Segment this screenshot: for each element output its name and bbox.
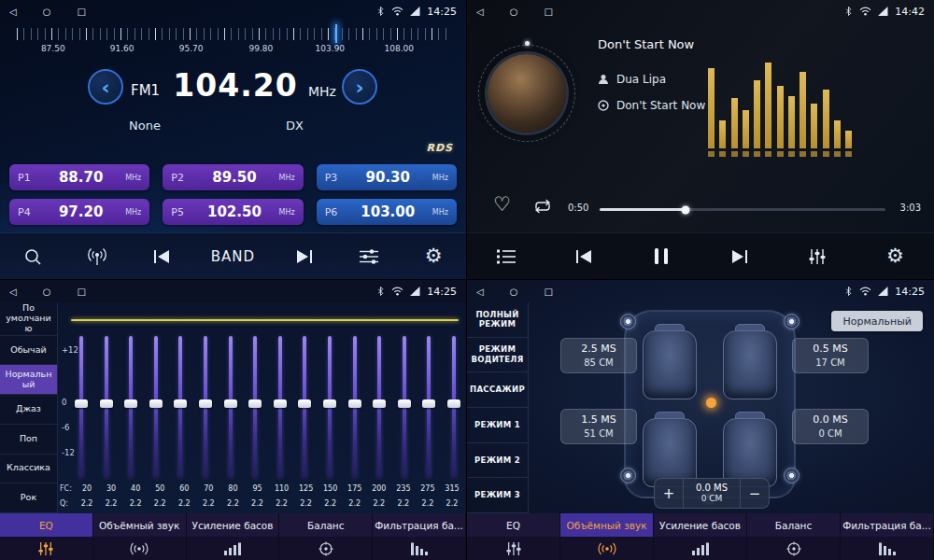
eq-band-slider[interactable]: [422, 336, 435, 478]
eq-band-slider[interactable]: [174, 336, 187, 478]
eq-band-slider[interactable]: [348, 336, 361, 478]
eq-slider-handle[interactable]: [124, 399, 137, 408]
eq-preset[interactable]: Нормальный: [0, 365, 57, 395]
favorite-icon[interactable]: ♡: [493, 195, 511, 215]
delay-front-left[interactable]: 2.5 MS 85 CM: [560, 338, 637, 373]
preset-p5[interactable]: P5 102.50 MHz: [163, 199, 303, 225]
eq-slider-handle[interactable]: [348, 399, 361, 408]
tab-eq[interactable]: EQ: [467, 513, 560, 537]
tab-filter[interactable]: Фильтрация ба...: [373, 513, 466, 537]
eq-slider-handle[interactable]: [447, 399, 460, 408]
delay-increase-button[interactable]: +: [655, 479, 683, 508]
listening-position-dot[interactable]: [706, 398, 716, 408]
tab-surround[interactable]: Объёмный звук: [560, 513, 654, 537]
broadcast-icon[interactable]: [81, 241, 113, 273]
eq-band-slider[interactable]: [373, 336, 386, 478]
tab-surround[interactable]: Объёмный звук: [93, 513, 187, 537]
nav-back-icon[interactable]: ◁: [9, 7, 17, 17]
eq-slider-handle[interactable]: [224, 399, 237, 408]
preset-p2[interactable]: P2 89.50 MHz: [163, 164, 303, 190]
mode-item[interactable]: РЕЖИМ 1: [467, 408, 528, 443]
tune-sliders-icon[interactable]: [353, 241, 385, 273]
eq-band-slider[interactable]: [124, 336, 137, 478]
eq-slider-handle[interactable]: [373, 399, 386, 408]
nav-back-icon[interactable]: ◁: [476, 287, 484, 297]
nav-home-icon[interactable]: ○: [43, 287, 51, 297]
eq-band-slider[interactable]: [298, 336, 311, 478]
delay-front-right[interactable]: 0.5 MS 17 CM: [792, 338, 869, 373]
eq-slider-handle[interactable]: [100, 399, 113, 408]
tab-balance[interactable]: Баланс: [279, 513, 373, 537]
eq-band-slider[interactable]: [224, 336, 237, 478]
prev-track-icon[interactable]: [568, 241, 600, 273]
eq-preset[interactable]: По умолчанию: [0, 302, 57, 336]
eq-band-slider[interactable]: [398, 336, 411, 478]
eq-slider-handle[interactable]: [174, 399, 187, 408]
eq-band-slider[interactable]: [149, 336, 163, 478]
tab-bass-boost[interactable]: Усиление басов: [187, 513, 280, 537]
eq-slider-handle[interactable]: [75, 399, 88, 408]
frequency-scale[interactable]: 87.50 91.60 95.70 99.80 103.90 108.00: [7, 24, 459, 60]
mode-item[interactable]: РЕЖИМ 2: [467, 443, 528, 479]
eq-band-slider[interactable]: [248, 336, 262, 478]
playlist-icon[interactable]: [490, 241, 522, 273]
balance-tab-icon[interactable]: [279, 537, 373, 560]
nav-recents-icon[interactable]: □: [544, 287, 552, 297]
nav-home-icon[interactable]: ○: [43, 7, 51, 17]
next-track-icon[interactable]: [289, 241, 320, 273]
seek-bar[interactable]: [600, 208, 885, 211]
eq-slider-handle[interactable]: [274, 399, 287, 408]
repeat-icon[interactable]: [532, 199, 553, 217]
eq-tab-icon[interactable]: [0, 537, 93, 560]
mode-item[interactable]: ПАССАЖИР: [467, 372, 528, 408]
eq-slider-handle[interactable]: [398, 399, 411, 408]
pause-icon[interactable]: [645, 241, 677, 273]
settings-icon[interactable]: ⚙: [417, 241, 449, 273]
eq-band-slider[interactable]: [75, 336, 88, 478]
eq-preset[interactable]: Поп: [0, 425, 57, 455]
eq-slider-handle[interactable]: [199, 399, 212, 408]
surround-tab-icon[interactable]: [560, 537, 654, 560]
tab-balance[interactable]: Баланс: [747, 513, 841, 537]
eq-band-slider[interactable]: [199, 336, 212, 478]
sound-profile-button[interactable]: Нормальный: [831, 311, 923, 331]
filter-tab-icon[interactable]: [373, 537, 466, 560]
eq-band-slider[interactable]: [274, 336, 287, 478]
eq-band-slider[interactable]: [447, 336, 460, 478]
seek-up-button[interactable]: ›: [342, 69, 377, 105]
preset-p6[interactable]: P6 103.00 MHz: [317, 199, 457, 225]
preset-p4[interactable]: P4 97.20 MHz: [9, 199, 149, 225]
balance-tab-icon[interactable]: [747, 537, 841, 560]
eq-preset[interactable]: Обычай: [0, 336, 57, 366]
tab-bass-boost[interactable]: Усиление басов: [654, 513, 747, 537]
tab-eq[interactable]: EQ: [0, 513, 93, 537]
eq-preset[interactable]: Джаз: [0, 395, 57, 425]
eq-preset[interactable]: Рок: [0, 483, 57, 513]
seek-knob[interactable]: [681, 205, 689, 214]
faders-icon[interactable]: [801, 241, 833, 273]
eq-band-slider[interactable]: [100, 336, 113, 478]
eq-slider-handle[interactable]: [323, 399, 336, 408]
eq-band-slider[interactable]: [323, 336, 336, 478]
nav-home-icon[interactable]: ○: [510, 287, 518, 297]
search-icon[interactable]: [17, 241, 49, 273]
bass-boost-tab-icon[interactable]: [654, 537, 747, 560]
tab-filter[interactable]: Фильтрация ба...: [841, 513, 934, 537]
preset-p1[interactable]: P1 88.70 MHz: [9, 164, 149, 190]
eq-slider-handle[interactable]: [422, 399, 435, 408]
eq-slider-handle[interactable]: [248, 399, 262, 408]
delay-decrease-button[interactable]: −: [741, 479, 769, 508]
delay-rear-left[interactable]: 1.5 MS 51 CM: [560, 409, 637, 444]
delay-rear-right[interactable]: 0.0 MS 0 CM: [792, 409, 869, 444]
mode-item[interactable]: РЕЖИМ ВОДИТЕЛЯ: [467, 338, 528, 373]
surround-tab-icon[interactable]: [93, 537, 187, 560]
mode-item[interactable]: ПОЛНЫЙ РЕЖИМ: [467, 302, 528, 338]
nav-recents-icon[interactable]: □: [77, 7, 85, 17]
band-button[interactable]: BAND: [211, 241, 255, 273]
nav-home-icon[interactable]: ○: [510, 7, 518, 17]
settings-icon[interactable]: ⚙: [879, 241, 911, 273]
preset-p3[interactable]: P3 90.30 MHz: [317, 164, 457, 190]
eq-slider-handle[interactable]: [298, 399, 311, 408]
nav-back-icon[interactable]: ◁: [9, 287, 17, 297]
nav-recents-icon[interactable]: □: [77, 287, 85, 297]
